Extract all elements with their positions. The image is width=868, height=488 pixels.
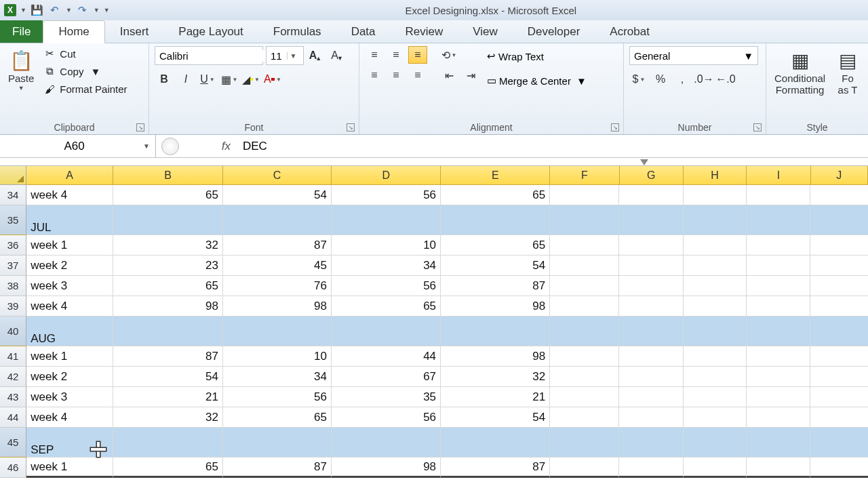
cell[interactable] [810, 346, 868, 367]
tab-formulas[interactable]: Formulas [258, 21, 336, 43]
italic-button[interactable]: I [176, 70, 195, 88]
tab-view[interactable]: View [458, 21, 513, 43]
number-dialog-launcher[interactable]: ↘ [753, 123, 762, 131]
tab-insert[interactable]: Insert [105, 21, 164, 43]
conditional-formatting-button[interactable]: ▦ Conditional Formatting [772, 46, 828, 97]
cell[interactable]: 35 [332, 387, 441, 407]
cell[interactable] [684, 235, 747, 256]
cell[interactable] [550, 276, 619, 296]
cell[interactable]: 54 [441, 407, 550, 428]
font-name-select[interactable]: ▼ [155, 46, 263, 65]
column-header-I[interactable]: I [747, 166, 810, 185]
cell[interactable]: 10 [332, 235, 441, 256]
cell[interactable] [550, 296, 619, 317]
cell[interactable] [113, 428, 223, 458]
cell[interactable]: 56 [223, 387, 332, 407]
column-header-A[interactable]: A [26, 166, 113, 185]
cell[interactable] [810, 367, 868, 387]
cell[interactable]: 54 [223, 185, 332, 205]
align-bottom-button[interactable]: ≡ [408, 46, 427, 64]
tab-home[interactable]: Home [43, 20, 104, 43]
accounting-format-button[interactable]: $▼ [629, 70, 648, 88]
cell[interactable] [684, 256, 747, 276]
cell[interactable]: 87 [223, 235, 332, 256]
split-bar[interactable] [0, 158, 868, 166]
cell[interactable]: 98 [332, 458, 441, 478]
cell[interactable] [684, 458, 747, 478]
cell[interactable]: week 4 [26, 185, 113, 205]
cell[interactable] [684, 276, 747, 296]
undo-icon[interactable]: ↶ [48, 3, 62, 17]
row-header[interactable]: 36 [0, 235, 26, 256]
alignment-dialog-launcher[interactable]: ↘ [611, 123, 619, 131]
clipboard-dialog-launcher[interactable]: ↘ [136, 123, 144, 131]
row-header[interactable]: 40 [0, 317, 26, 346]
cell[interactable] [550, 387, 619, 407]
cell[interactable]: week 3 [26, 387, 113, 407]
tab-review[interactable]: Review [391, 21, 458, 43]
cell[interactable]: week 2 [26, 256, 113, 276]
row-header[interactable]: 37 [0, 256, 26, 276]
cell[interactable] [619, 458, 683, 478]
cell[interactable]: 65 [332, 296, 441, 317]
cell[interactable]: 65 [113, 185, 223, 205]
cancel-formula-icon[interactable] [161, 138, 179, 155]
column-header-C[interactable]: C [223, 166, 332, 185]
cell[interactable] [810, 387, 868, 407]
cell[interactable] [223, 428, 332, 458]
redo-icon[interactable]: ↷ [76, 3, 90, 17]
cell[interactable] [223, 317, 332, 346]
align-top-button[interactable]: ≡ [365, 46, 384, 64]
chevron-down-icon[interactable]: ▼ [287, 52, 299, 60]
column-header-E[interactable]: E [441, 166, 550, 185]
number-format-select[interactable]: General▼ [629, 46, 758, 65]
cell[interactable] [810, 407, 868, 428]
cell[interactable] [684, 367, 747, 387]
column-header-J[interactable]: J [811, 166, 868, 185]
cell[interactable]: 87 [441, 458, 550, 478]
row-header[interactable]: 46 [0, 458, 26, 478]
cell[interactable]: 44 [332, 346, 441, 367]
cell[interactable] [619, 296, 683, 317]
cell[interactable] [441, 205, 550, 235]
cell[interactable] [550, 317, 619, 346]
cell[interactable] [441, 428, 550, 458]
cell[interactable] [550, 458, 619, 478]
cell[interactable]: 21 [441, 387, 550, 407]
redo-dropdown[interactable]: ▼ [94, 7, 100, 14]
cell[interactable] [113, 317, 223, 346]
cell[interactable] [619, 346, 683, 367]
cell[interactable]: 65 [113, 276, 223, 296]
cell[interactable] [332, 317, 441, 346]
cell[interactable]: week 1 [26, 458, 113, 478]
cell[interactable] [810, 185, 868, 205]
cell[interactable]: JUL [26, 205, 113, 235]
cell[interactable] [332, 205, 441, 235]
column-header-B[interactable]: B [113, 166, 223, 185]
font-size-input[interactable] [267, 50, 287, 62]
cell[interactable] [550, 256, 619, 276]
tab-acrobat[interactable]: Acrobat [595, 21, 665, 43]
cell[interactable] [619, 235, 683, 256]
column-header-D[interactable]: D [332, 166, 441, 185]
bold-button[interactable]: B [155, 70, 174, 88]
cell[interactable] [810, 276, 868, 296]
cell[interactable]: 98 [441, 346, 550, 367]
cell[interactable] [619, 407, 683, 428]
cell[interactable] [747, 387, 810, 407]
cell[interactable] [747, 235, 810, 256]
cell[interactable] [747, 346, 810, 367]
cell[interactable] [747, 256, 810, 276]
cell[interactable] [550, 346, 619, 367]
cell[interactable]: 98 [223, 296, 332, 317]
cell[interactable]: 32 [441, 367, 550, 387]
cell[interactable]: 65 [113, 458, 223, 478]
column-header-H[interactable]: H [684, 166, 747, 185]
split-handle-icon[interactable] [640, 159, 648, 165]
cell[interactable] [550, 185, 619, 205]
align-middle-button[interactable]: ≡ [387, 46, 406, 64]
decrease-font-button[interactable]: A▼ [328, 47, 347, 64]
align-right-button[interactable]: ≡ [408, 66, 427, 84]
tab-page-layout[interactable]: Page Layout [163, 21, 258, 43]
fx-icon[interactable]: fx [184, 140, 239, 153]
